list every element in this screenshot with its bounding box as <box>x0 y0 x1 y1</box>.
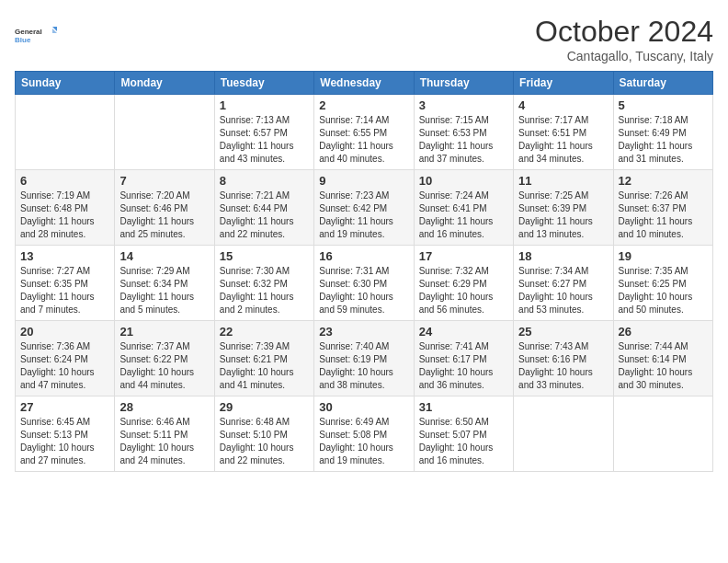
day-number: 12 <box>619 174 708 188</box>
day-info: Sunrise: 7:14 AM Sunset: 6:55 PM Dayligh… <box>319 114 408 166</box>
logo: General Blue <box>15 15 61 55</box>
day-number: 16 <box>319 249 408 263</box>
calendar-cell: 1Sunrise: 7:13 AM Sunset: 6:57 PM Daylig… <box>214 95 313 170</box>
day-number: 28 <box>119 400 209 414</box>
day-info: Sunrise: 7:23 AM Sunset: 6:42 PM Dayligh… <box>319 190 408 241</box>
calendar-cell: 2Sunrise: 7:14 AM Sunset: 6:55 PM Daylig… <box>314 95 414 170</box>
day-info: Sunrise: 7:15 AM Sunset: 6:53 PM Dayligh… <box>419 114 508 166</box>
calendar-cell: 9Sunrise: 7:23 AM Sunset: 6:42 PM Daylig… <box>314 170 414 246</box>
day-number: 21 <box>119 325 209 339</box>
month-title: October 2024 <box>535 15 713 49</box>
calendar-cell: 31Sunrise: 6:50 AM Sunset: 5:07 PM Dayli… <box>414 396 513 472</box>
calendar-week-1: 1Sunrise: 7:13 AM Sunset: 6:57 PM Daylig… <box>16 95 713 170</box>
title-block: October 2024 Cantagallo, Tuscany, Italy <box>535 15 713 63</box>
calendar-cell: 13Sunrise: 7:27 AM Sunset: 6:35 PM Dayli… <box>16 246 115 321</box>
calendar-cell: 5Sunrise: 7:18 AM Sunset: 6:49 PM Daylig… <box>613 95 712 170</box>
calendar-cell: 11Sunrise: 7:25 AM Sunset: 6:39 PM Dayli… <box>514 170 613 246</box>
day-info: Sunrise: 6:50 AM Sunset: 5:07 PM Dayligh… <box>419 416 508 467</box>
calendar-cell <box>115 95 214 170</box>
weekday-header-wednesday: Wednesday <box>314 72 414 95</box>
day-number: 1 <box>220 98 309 112</box>
calendar-cell: 25Sunrise: 7:43 AM Sunset: 6:16 PM Dayli… <box>514 321 613 396</box>
day-info: Sunrise: 7:31 AM Sunset: 6:30 PM Dayligh… <box>319 265 408 316</box>
calendar-cell: 22Sunrise: 7:39 AM Sunset: 6:21 PM Dayli… <box>214 321 313 396</box>
day-info: Sunrise: 6:46 AM Sunset: 5:11 PM Dayligh… <box>119 416 209 467</box>
day-info: Sunrise: 6:45 AM Sunset: 5:13 PM Dayligh… <box>20 416 109 467</box>
calendar-cell: 10Sunrise: 7:24 AM Sunset: 6:41 PM Dayli… <box>414 170 513 246</box>
calendar-cell: 7Sunrise: 7:20 AM Sunset: 6:46 PM Daylig… <box>115 170 214 246</box>
calendar-cell <box>613 396 712 472</box>
weekday-header-row: SundayMondayTuesdayWednesdayThursdayFrid… <box>16 72 713 95</box>
calendar-cell: 12Sunrise: 7:26 AM Sunset: 6:37 PM Dayli… <box>613 170 712 246</box>
day-number: 30 <box>319 400 408 414</box>
day-number: 31 <box>419 400 508 414</box>
calendar-cell: 16Sunrise: 7:31 AM Sunset: 6:30 PM Dayli… <box>314 246 414 321</box>
day-number: 4 <box>518 98 608 112</box>
weekday-header-friday: Friday <box>514 72 613 95</box>
day-info: Sunrise: 7:32 AM Sunset: 6:29 PM Dayligh… <box>419 265 508 316</box>
day-number: 15 <box>220 249 309 263</box>
calendar-cell: 3Sunrise: 7:15 AM Sunset: 6:53 PM Daylig… <box>414 95 513 170</box>
calendar-cell: 20Sunrise: 7:36 AM Sunset: 6:24 PM Dayli… <box>16 321 115 396</box>
day-number: 25 <box>518 325 608 339</box>
calendar-cell: 15Sunrise: 7:30 AM Sunset: 6:32 PM Dayli… <box>214 246 313 321</box>
day-number: 29 <box>220 400 309 414</box>
location-subtitle: Cantagallo, Tuscany, Italy <box>535 49 713 63</box>
day-number: 27 <box>20 400 109 414</box>
page-header: General Blue October 2024 Cantagallo, Tu… <box>15 15 713 63</box>
day-info: Sunrise: 7:20 AM Sunset: 6:46 PM Dayligh… <box>119 190 209 241</box>
day-info: Sunrise: 7:17 AM Sunset: 6:51 PM Dayligh… <box>518 114 608 166</box>
calendar-cell: 21Sunrise: 7:37 AM Sunset: 6:22 PM Dayli… <box>115 321 214 396</box>
day-number: 13 <box>20 249 109 263</box>
day-info: Sunrise: 7:13 AM Sunset: 6:57 PM Dayligh… <box>220 114 309 166</box>
calendar-cell: 18Sunrise: 7:34 AM Sunset: 6:27 PM Dayli… <box>514 246 613 321</box>
day-info: Sunrise: 7:40 AM Sunset: 6:19 PM Dayligh… <box>319 340 408 392</box>
day-number: 6 <box>20 174 109 188</box>
day-number: 5 <box>619 98 708 112</box>
day-info: Sunrise: 7:19 AM Sunset: 6:48 PM Dayligh… <box>20 190 109 241</box>
calendar-cell: 17Sunrise: 7:32 AM Sunset: 6:29 PM Dayli… <box>414 246 513 321</box>
day-info: Sunrise: 7:37 AM Sunset: 6:22 PM Dayligh… <box>119 340 209 392</box>
day-info: Sunrise: 7:30 AM Sunset: 6:32 PM Dayligh… <box>220 265 309 316</box>
day-number: 19 <box>619 249 708 263</box>
day-number: 26 <box>619 325 708 339</box>
calendar-cell: 4Sunrise: 7:17 AM Sunset: 6:51 PM Daylig… <box>514 95 613 170</box>
day-info: Sunrise: 7:29 AM Sunset: 6:34 PM Dayligh… <box>119 265 209 316</box>
day-number: 22 <box>220 325 309 339</box>
calendar-cell <box>16 95 115 170</box>
day-info: Sunrise: 7:24 AM Sunset: 6:41 PM Dayligh… <box>419 190 508 241</box>
day-info: Sunrise: 7:27 AM Sunset: 6:35 PM Dayligh… <box>20 265 109 316</box>
weekday-header-saturday: Saturday <box>613 72 712 95</box>
weekday-header-tuesday: Tuesday <box>214 72 313 95</box>
day-number: 18 <box>518 249 608 263</box>
day-info: Sunrise: 6:48 AM Sunset: 5:10 PM Dayligh… <box>220 416 309 467</box>
svg-text:Blue: Blue <box>15 36 31 44</box>
calendar-cell: 30Sunrise: 6:49 AM Sunset: 5:08 PM Dayli… <box>314 396 414 472</box>
day-number: 23 <box>319 325 408 339</box>
calendar-week-3: 13Sunrise: 7:27 AM Sunset: 6:35 PM Dayli… <box>16 246 713 321</box>
day-number: 3 <box>419 98 508 112</box>
day-info: Sunrise: 7:18 AM Sunset: 6:49 PM Dayligh… <box>619 114 708 166</box>
calendar-cell: 29Sunrise: 6:48 AM Sunset: 5:10 PM Dayli… <box>214 396 313 472</box>
calendar-cell: 23Sunrise: 7:40 AM Sunset: 6:19 PM Dayli… <box>314 321 414 396</box>
day-info: Sunrise: 7:36 AM Sunset: 6:24 PM Dayligh… <box>20 340 109 392</box>
calendar-week-4: 20Sunrise: 7:36 AM Sunset: 6:24 PM Dayli… <box>16 321 713 396</box>
calendar-cell: 19Sunrise: 7:35 AM Sunset: 6:25 PM Dayli… <box>613 246 712 321</box>
weekday-header-monday: Monday <box>115 72 214 95</box>
day-number: 14 <box>119 249 209 263</box>
day-info: Sunrise: 6:49 AM Sunset: 5:08 PM Dayligh… <box>319 416 408 467</box>
day-info: Sunrise: 7:35 AM Sunset: 6:25 PM Dayligh… <box>619 265 708 316</box>
weekday-header-thursday: Thursday <box>414 72 513 95</box>
day-info: Sunrise: 7:44 AM Sunset: 6:14 PM Dayligh… <box>619 340 708 392</box>
day-info: Sunrise: 7:25 AM Sunset: 6:39 PM Dayligh… <box>518 190 608 241</box>
day-info: Sunrise: 7:39 AM Sunset: 6:21 PM Dayligh… <box>220 340 309 392</box>
day-info: Sunrise: 7:34 AM Sunset: 6:27 PM Dayligh… <box>518 265 608 316</box>
day-info: Sunrise: 7:21 AM Sunset: 6:44 PM Dayligh… <box>220 190 309 241</box>
logo-svg: General Blue <box>15 15 61 55</box>
calendar-cell: 6Sunrise: 7:19 AM Sunset: 6:48 PM Daylig… <box>16 170 115 246</box>
calendar-cell: 28Sunrise: 6:46 AM Sunset: 5:11 PM Dayli… <box>115 396 214 472</box>
svg-text:General: General <box>15 28 42 36</box>
day-number: 17 <box>419 249 508 263</box>
calendar-cell: 26Sunrise: 7:44 AM Sunset: 6:14 PM Dayli… <box>613 321 712 396</box>
weekday-header-sunday: Sunday <box>16 72 115 95</box>
